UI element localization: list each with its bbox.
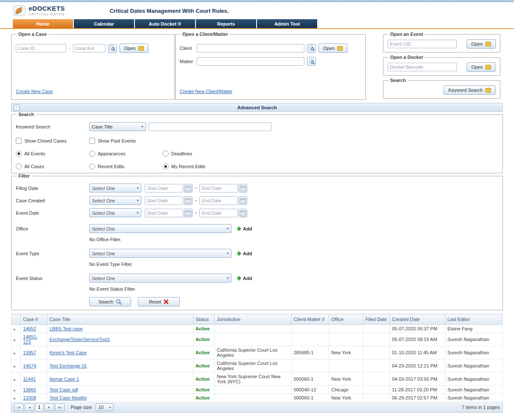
row-expand-icon[interactable]: ▶: [14, 328, 16, 331]
filing-end-calendar-button[interactable]: [239, 184, 247, 192]
col-status[interactable]: Status: [193, 314, 215, 325]
case-id-input[interactable]: [16, 44, 66, 52]
show-closed-cases-checkbox[interactable]: [16, 138, 22, 144]
col-last-editor[interactable]: Last Editor: [445, 314, 503, 325]
filing-start-calendar-button[interactable]: [184, 184, 193, 192]
client-lookup-button[interactable]: [307, 44, 316, 53]
office-select[interactable]: Select One ▼: [89, 224, 231, 233]
case-ext-input[interactable]: [73, 44, 105, 52]
col-client-matter[interactable]: Client-Matter #: [292, 314, 329, 325]
created-start-date-input[interactable]: [145, 196, 183, 205]
case-title-link[interactable]: Test Case fdsafds: [50, 395, 87, 400]
event-end-calendar-button[interactable]: [239, 209, 247, 217]
create-new-case-link[interactable]: Create New Case: [16, 89, 170, 94]
col-case-number[interactable]: Case #: [21, 314, 47, 325]
case-title-link[interactable]: Itamar Case 1: [50, 376, 79, 382]
open-case-button[interactable]: Open: [120, 44, 149, 53]
filing-start-date-input[interactable]: [145, 184, 183, 192]
keyword-search-button[interactable]: Keyword Search: [444, 85, 496, 95]
row-expand-icon[interactable]: ▶: [14, 338, 16, 341]
case-number-link[interactable]: 13665: [23, 387, 36, 392]
advanced-search-bar[interactable]: − Advanced Search: [11, 103, 503, 112]
case-number-link[interactable]: 14652: [23, 326, 36, 331]
event-type-select[interactable]: Select One ▼: [89, 249, 231, 258]
row-expand-icon[interactable]: ▶: [14, 365, 16, 368]
created-end-date-input[interactable]: [199, 196, 238, 205]
tab-calendar[interactable]: Calendar: [74, 19, 134, 28]
appearances-radio[interactable]: [89, 151, 95, 157]
docket-barcode-input[interactable]: [388, 63, 457, 71]
table-row[interactable]: ▶ 14574 Test Exchange 01 Active Californ…: [12, 359, 503, 373]
open-docket-button[interactable]: Open: [467, 62, 496, 72]
matter-lookup-button[interactable]: [307, 57, 316, 66]
search-button[interactable]: Search: [89, 297, 131, 306]
tab-home[interactable]: Home: [13, 19, 73, 28]
table-row[interactable]: ▶ 11441 Itamar Case 1 Active New York Su…: [12, 373, 503, 386]
open-event-button[interactable]: Open: [467, 39, 496, 49]
matter-input[interactable]: [197, 57, 304, 66]
row-expand-icon[interactable]: ▶: [14, 378, 16, 381]
collapse-icon[interactable]: −: [14, 105, 20, 111]
row-expand-icon[interactable]: ▶: [14, 389, 16, 392]
case-number-link[interactable]: 13957: [23, 350, 36, 355]
reset-button[interactable]: Reset: [138, 297, 180, 306]
case-number-link[interactable]: 14574: [23, 363, 36, 368]
case-number-link[interactable]: 13308: [23, 395, 36, 400]
case-title-link[interactable]: Kevin's Test Case: [50, 350, 87, 355]
add-event-type-filter-link[interactable]: Add: [237, 251, 252, 256]
prev-page-button[interactable]: ◄: [25, 403, 34, 411]
all-events-radio[interactable]: [16, 151, 22, 157]
col-filed-date[interactable]: Filed Date: [363, 314, 390, 325]
add-event-status-filter-link[interactable]: Add: [237, 276, 252, 281]
event-status-select-value: Select One: [90, 276, 225, 281]
case-title-link[interactable]: LBBS Test case: [50, 326, 82, 331]
case-number-link[interactable]: 11441: [23, 376, 36, 382]
event-status-select[interactable]: Select One ▼: [89, 274, 231, 283]
recent-edits-radio[interactable]: [89, 163, 95, 169]
event-start-calendar-button[interactable]: [184, 209, 193, 217]
case-created-select[interactable]: Select One ▼: [89, 196, 141, 205]
tab-reports[interactable]: Reports: [196, 19, 256, 28]
table-row[interactable]: ▶ 13957 Kevin's Test Case Active Califor…: [12, 346, 503, 359]
filing-date-select[interactable]: Select One ▼: [89, 184, 141, 192]
created-start-calendar-button[interactable]: [184, 196, 193, 205]
add-office-filter-link[interactable]: Add: [237, 226, 252, 231]
case-title-link[interactable]: ExchangeTesterServiceTool1: [50, 337, 110, 342]
tab-admin-tool[interactable]: Admin Tool: [257, 19, 317, 28]
row-expand-icon[interactable]: ▶: [14, 352, 16, 355]
col-office[interactable]: Office: [329, 314, 363, 325]
row-expand-icon[interactable]: ▶: [14, 397, 16, 400]
my-recent-edits-radio[interactable]: [163, 163, 169, 169]
col-case-title[interactable]: Case Title: [47, 314, 193, 325]
current-page-button[interactable]: 1: [35, 403, 43, 411]
first-page-button[interactable]: |◄: [14, 403, 23, 411]
page-size-select[interactable]: 10 ▼: [96, 403, 114, 411]
event-start-date-input[interactable]: [145, 209, 183, 217]
tab-auto-docket[interactable]: Auto Docket ®: [135, 19, 195, 28]
all-cases-radio[interactable]: [16, 163, 22, 169]
keyword-search-input[interactable]: [149, 122, 272, 131]
event-uid-input[interactable]: [388, 40, 457, 48]
show-past-events-checkbox[interactable]: [89, 138, 95, 144]
keyword-field-select[interactable]: Case Title ▼: [89, 122, 146, 131]
table-row[interactable]: ▶ 14651-123 ExchangeTesterServiceTool1 A…: [12, 333, 503, 346]
col-jurisdiction[interactable]: Jurisdiction: [215, 314, 292, 325]
last-page-button[interactable]: ►|: [55, 403, 64, 411]
filing-end-date-input[interactable]: [199, 184, 238, 192]
client-input[interactable]: [197, 44, 304, 52]
next-page-button[interactable]: ►: [44, 403, 54, 411]
create-new-client-matter-link[interactable]: Create New Client/Matter: [180, 89, 361, 94]
case-title-link[interactable]: Test Exchange 01: [50, 363, 87, 368]
created-end-calendar-button[interactable]: [239, 196, 247, 205]
table-row[interactable]: ▶ 13308 Test Case fdsafds Active 000060-…: [12, 394, 503, 402]
table-row[interactable]: ▶ 13665 Test Case sdf Active 000040-12 C…: [12, 386, 503, 394]
case-lookup-button[interactable]: [108, 44, 117, 53]
table-row[interactable]: ▶ 14652 LBBS Test case Active 05-07-2020…: [12, 325, 503, 333]
case-title-link[interactable]: Test Case sdf: [50, 387, 78, 392]
deadlines-radio[interactable]: [163, 151, 169, 157]
event-end-date-input[interactable]: [199, 209, 238, 217]
col-created-date[interactable]: Created Date: [390, 314, 445, 325]
case-number-link[interactable]: 14651-123: [23, 334, 38, 344]
event-date-select[interactable]: Select One ▼: [89, 208, 141, 217]
open-client-matter-button[interactable]: Open: [318, 44, 348, 53]
